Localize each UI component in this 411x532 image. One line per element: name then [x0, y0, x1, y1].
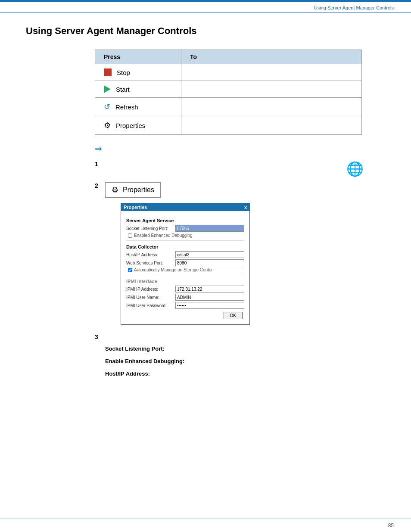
- col-to: To: [181, 50, 362, 64]
- start-label: Start: [116, 86, 130, 93]
- socket-listening-port-field-label: Socket Listening Port:: [105, 345, 385, 352]
- section-ipmi: IPMI Interface: [126, 279, 244, 284]
- auto-manage-row: Automatically Manage on Storage Center: [128, 268, 244, 272]
- section-server-agent: Server Agent Service: [126, 218, 244, 223]
- ipmi-ip-label: IPMI IP Address:: [126, 287, 174, 292]
- step-2-properties-label: Properties: [123, 186, 154, 194]
- stop-label: Stop: [117, 69, 130, 76]
- start-icon: [104, 85, 111, 93]
- properties-btn-cell: ⚙ Properties: [95, 116, 181, 135]
- refresh-label: Refresh: [115, 103, 138, 111]
- start-button[interactable]: Start: [104, 85, 172, 93]
- start-description: [181, 81, 362, 98]
- step-3-num: 3: [95, 333, 105, 340]
- properties-button[interactable]: ⚙ Properties: [104, 121, 172, 130]
- network-globe-icon: 🌐: [346, 161, 364, 177]
- host-ip-field-label: Host/IP Address:: [105, 370, 385, 377]
- table-row: Start: [95, 81, 362, 98]
- web-services-row: Web Services Port:: [126, 259, 244, 266]
- auto-manage-label: Automatically Manage on Storage Center: [134, 268, 213, 272]
- refresh-description: [181, 98, 362, 116]
- dialog-ok-row: OK: [126, 310, 244, 321]
- web-services-input[interactable]: [175, 259, 244, 266]
- start-btn-cell: Start: [95, 81, 181, 98]
- step-1-num: 1: [95, 161, 105, 168]
- step-3-row: 3: [95, 333, 385, 340]
- table-row: ⚙ Properties: [95, 116, 362, 135]
- ipmi-user-label: IPMI User Name:: [126, 295, 174, 300]
- host-ip-input[interactable]: [175, 251, 244, 258]
- properties-label: Properties: [116, 122, 145, 129]
- stop-btn-cell: Stop: [95, 64, 181, 81]
- stop-icon: [104, 68, 112, 76]
- arrow-section: ⇒: [95, 143, 385, 154]
- enable-debugging-field-label: Enable Enhanced Debugging:: [105, 358, 385, 364]
- dialog-title-bar: Properties x: [121, 203, 249, 211]
- ipmi-pass-row: IPMI User Password:: [126, 302, 244, 309]
- refresh-btn-cell: ↺ Refresh: [95, 98, 181, 116]
- socket-port-label: Socket Listening Port:: [126, 226, 174, 231]
- col-press: Press: [95, 50, 181, 64]
- debug-checkbox-row: Enabled Enhanced Debugging: [128, 233, 244, 238]
- step-2-num: 2: [95, 182, 105, 189]
- page-number: 85: [388, 523, 394, 529]
- ipmi-ip-input[interactable]: [175, 286, 244, 292]
- refresh-icon: ↺: [104, 102, 110, 112]
- step-1-row: 1 🌐: [95, 161, 385, 177]
- properties-description: [181, 116, 362, 135]
- arrow-right-icon: ⇒: [95, 143, 102, 154]
- dialog-ok-button[interactable]: OK: [224, 312, 243, 319]
- table-row: Stop: [95, 64, 362, 81]
- debug-checkbox[interactable]: [128, 233, 132, 238]
- stop-button[interactable]: Stop: [104, 68, 172, 76]
- properties-icon: ⚙: [104, 121, 111, 130]
- step-2-properties-icon: ⚙: [112, 185, 118, 195]
- page-title: Using Server Agent Manager Controls: [26, 25, 385, 37]
- dialog-body: Server Agent Service Socket Listening Po…: [121, 211, 249, 324]
- ipmi-pass-label: IPMI User Password:: [126, 303, 174, 308]
- step-2-row: 2 ⚙ Properties: [95, 182, 385, 198]
- host-ip-label: Host/IP Address:: [126, 252, 174, 257]
- web-services-label: Web Services Port:: [126, 261, 174, 265]
- table-row: ↺ Refresh: [95, 98, 362, 116]
- section-data-collector: Data Collector: [126, 244, 244, 249]
- socket-port-row: Socket Listening Port:: [126, 225, 244, 232]
- host-ip-row: Host/IP Address:: [126, 251, 244, 258]
- ipmi-user-input[interactable]: [175, 294, 244, 301]
- auto-manage-checkbox[interactable]: [128, 268, 132, 272]
- step-2-properties-button[interactable]: ⚙ Properties: [105, 182, 161, 198]
- ipmi-user-row: IPMI User Name:: [126, 294, 244, 301]
- ipmi-pass-input[interactable]: [175, 302, 244, 309]
- step3-content: Socket Listening Port: Enable Enhanced D…: [105, 345, 385, 377]
- properties-dialog: Properties x Server Agent Service Socket…: [121, 203, 250, 325]
- bottom-bar: 85: [0, 519, 411, 532]
- controls-table: Press To Stop Start: [95, 50, 362, 135]
- dialog-title-label: Properties: [124, 205, 147, 210]
- dialog-close-button[interactable]: x: [244, 205, 247, 210]
- refresh-button[interactable]: ↺ Refresh: [104, 102, 172, 112]
- header-section: Using Server Agent Manager Controls: [0, 2, 411, 12]
- socket-port-input[interactable]: [175, 225, 244, 232]
- stop-description: [181, 64, 362, 81]
- header-label: Using Server Agent Manager Controls: [314, 5, 394, 10]
- debug-label: Enabled Enhanced Debugging: [134, 233, 193, 238]
- ipmi-ip-row: IPMI IP Address:: [126, 286, 244, 292]
- properties-dialog-wrapper: Properties x Server Agent Service Socket…: [121, 203, 385, 325]
